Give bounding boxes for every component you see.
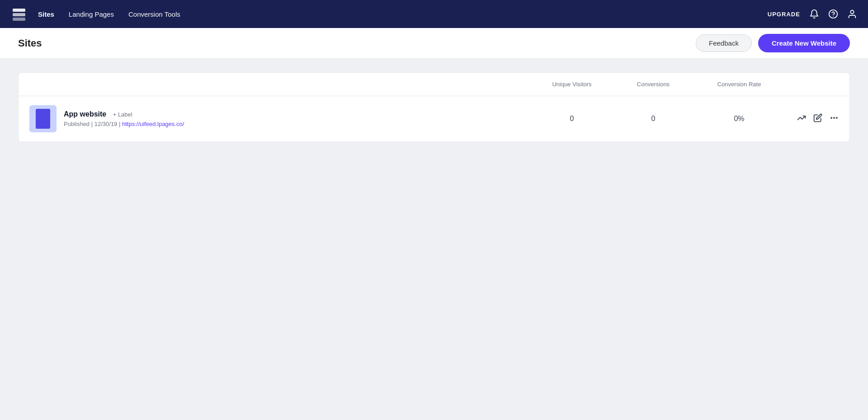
svg-rect-2 [13, 18, 25, 21]
col-conversion-rate: Conversion Rate [694, 81, 784, 88]
edit-icon[interactable] [813, 113, 822, 125]
svg-point-8 [836, 117, 837, 118]
content-area: Unique Visitors Conversions Conversion R… [0, 59, 868, 156]
table-row: App website + Label Published | 12/30/19… [19, 96, 849, 142]
help-button[interactable] [828, 9, 838, 19]
site-meta: Published | 12/30/19 | https://uifeed.lp… [64, 121, 184, 127]
svg-rect-0 [13, 9, 25, 12]
navbar: Sites Landing Pages Conversion Tools Upg… [0, 0, 868, 28]
site-name: App website [64, 110, 106, 118]
page-title: Sites [18, 37, 42, 49]
site-url[interactable]: https://uifeed.lpages.co/ [122, 121, 184, 127]
upgrade-button[interactable]: Upgrade [768, 11, 800, 18]
col-unique-visitors: Unique Visitors [531, 81, 613, 88]
site-thumbnail-inner [36, 109, 50, 129]
conversion-rate-value: 0% [694, 115, 784, 123]
user-button[interactable] [847, 9, 857, 19]
navbar-right: Upgrade [768, 9, 857, 19]
svg-point-7 [834, 117, 835, 118]
svg-rect-1 [13, 13, 25, 16]
create-website-button[interactable]: Create New Website [758, 34, 850, 52]
site-date: 12/30/19 [94, 121, 118, 127]
header-actions: Feedback Create New Website [696, 34, 850, 52]
site-info: App website + Label Published | 12/30/19… [29, 105, 531, 132]
logo[interactable] [11, 6, 27, 22]
nav-landing-pages[interactable]: Landing Pages [69, 10, 114, 18]
conversions-value: 0 [613, 115, 694, 123]
site-status: Published [64, 121, 90, 127]
nav-conversion-tools[interactable]: Conversion Tools [128, 10, 180, 18]
svg-point-5 [850, 10, 854, 14]
row-actions [784, 113, 839, 125]
page-header: Sites Feedback Create New Website [0, 28, 868, 59]
site-separator-2: | [119, 121, 122, 127]
site-thumbnail [29, 105, 57, 132]
nav-sites[interactable]: Sites [38, 10, 54, 18]
col-site [29, 81, 531, 88]
feedback-button[interactable]: Feedback [696, 34, 752, 52]
unique-visitors-value: 0 [531, 115, 613, 123]
more-options-icon[interactable] [830, 113, 839, 125]
svg-point-6 [831, 117, 832, 118]
analytics-icon[interactable] [797, 113, 806, 125]
site-name-row: App website + Label [64, 110, 184, 118]
sites-table-card: Unique Visitors Conversions Conversion R… [18, 72, 850, 142]
site-separator-1: | [91, 121, 94, 127]
add-label-button[interactable]: + Label [113, 111, 132, 118]
site-details: App website + Label Published | 12/30/19… [64, 110, 184, 127]
col-conversions: Conversions [613, 81, 694, 88]
navbar-links: Sites Landing Pages Conversion Tools [38, 10, 768, 18]
table-header: Unique Visitors Conversions Conversion R… [19, 73, 849, 96]
col-actions [784, 81, 839, 88]
notifications-button[interactable] [809, 9, 819, 19]
